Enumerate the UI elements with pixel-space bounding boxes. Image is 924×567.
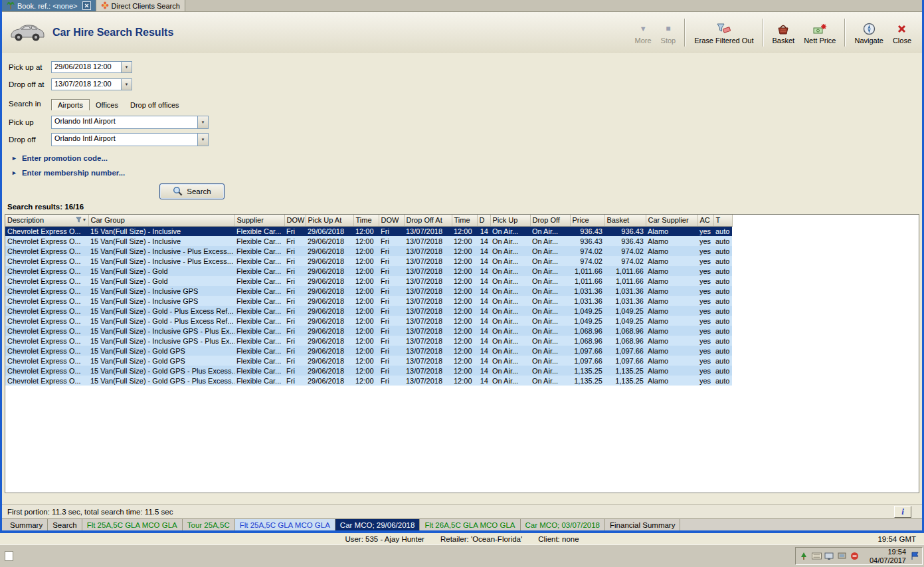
cell[interactable]: Fri (379, 336, 404, 346)
cell[interactable]: Fri (379, 296, 404, 306)
cell[interactable]: Alamo (646, 226, 697, 236)
cell[interactable]: 13/07/2018 (404, 286, 452, 296)
cell[interactable]: Flexible Car... (234, 276, 284, 286)
cell[interactable]: 15 Van(Full Size) - Gold (88, 266, 234, 276)
column-header[interactable]: Basket (604, 215, 646, 226)
cell[interactable]: Fri (379, 366, 404, 376)
cell[interactable]: yes (697, 246, 713, 256)
cell[interactable]: 13/07/2018 (404, 376, 452, 386)
cell[interactable]: 15 Van(Full Size) - Gold GPS (88, 356, 234, 366)
cell[interactable]: Alamo (646, 306, 697, 316)
cell[interactable]: yes (697, 346, 713, 356)
cell[interactable]: Flexible Car... (234, 356, 284, 366)
cell[interactable]: 12:00 (353, 376, 379, 386)
cell[interactable]: 1,068.96 (570, 336, 604, 346)
column-header[interactable]: DOW (284, 215, 306, 226)
tray-flag-icon[interactable] (910, 552, 919, 561)
cell[interactable]: Fri (379, 376, 404, 386)
erase-filtered-out-button[interactable]: Erase Filtered Out (690, 20, 757, 46)
cell[interactable]: 12:00 (353, 356, 379, 366)
cell[interactable]: 13/07/2018 (404, 356, 452, 366)
search-button[interactable]: Search (159, 183, 225, 199)
cell[interactable]: 29/06/2018 (306, 376, 353, 386)
cell[interactable]: On Air... (530, 366, 570, 376)
cell[interactable]: Flexible Car... (234, 236, 284, 246)
cell[interactable]: 14 (477, 316, 490, 326)
cell[interactable]: 15 Van(Full Size) - Inclusive GPS - Plus… (88, 326, 234, 336)
cell[interactable]: 15 Van(Full Size) - Inclusive GPS - Plus… (88, 336, 234, 346)
column-header[interactable]: DOW (379, 215, 404, 226)
navigate-button[interactable]: Navigate (850, 20, 887, 46)
cell[interactable]: 12:00 (353, 316, 379, 326)
cell[interactable]: On Air... (530, 326, 570, 336)
cell[interactable]: On Air... (490, 346, 530, 356)
cell[interactable]: 14 (477, 226, 490, 236)
cell[interactable]: 1,049.25 (570, 316, 604, 326)
cell[interactable]: Fri (379, 306, 404, 316)
table-row[interactable]: Chevrolet Express O...15 Van(Full Size) … (5, 316, 732, 326)
cell[interactable]: 14 (477, 276, 490, 286)
cell[interactable]: Alamo (646, 346, 697, 356)
more-button[interactable]: ▼ More (631, 20, 656, 46)
cell[interactable]: 1,049.25 (604, 316, 646, 326)
cell[interactable]: 1,049.25 (604, 306, 646, 316)
dropdown-arrow-icon[interactable]: ▼ (197, 134, 208, 146)
cell[interactable]: Alamo (646, 266, 697, 276)
cell[interactable]: auto (713, 296, 732, 306)
cell[interactable]: On Air... (490, 376, 530, 386)
cell[interactable]: 936.43 (570, 236, 604, 246)
cell[interactable]: 29/06/2018 (306, 366, 353, 376)
cell[interactable]: Alamo (646, 376, 697, 386)
table-row[interactable]: Chevrolet Express O...15 Van(Full Size) … (5, 236, 732, 246)
cell[interactable]: On Air... (530, 286, 570, 296)
cell[interactable]: Alamo (646, 286, 697, 296)
cell[interactable]: 13/07/2018 (404, 246, 452, 256)
column-header[interactable]: AC (697, 215, 713, 226)
cell[interactable]: yes (697, 326, 713, 336)
cell[interactable]: On Air... (490, 326, 530, 336)
cell[interactable]: 1,068.96 (570, 326, 604, 336)
column-header[interactable]: Pick Up At (306, 215, 353, 226)
cell[interactable]: Fri (284, 336, 306, 346)
cell[interactable]: 29/06/2018 (306, 356, 353, 366)
dropdown-arrow-icon[interactable]: ▼ (197, 116, 208, 128)
cell[interactable]: On Air... (490, 316, 530, 326)
cell[interactable]: Fri (284, 286, 306, 296)
cell[interactable]: 15 Van(Full Size) - Gold (88, 276, 234, 286)
cell[interactable]: auto (713, 236, 732, 246)
dropoff-datetime-select[interactable]: 13/07/2018 12:00 ▼ (51, 78, 132, 90)
bottom-tab-1[interactable]: Search (48, 519, 82, 530)
cell[interactable]: On Air... (490, 296, 530, 306)
cell[interactable]: yes (697, 236, 713, 246)
cell[interactable]: Fri (284, 306, 306, 316)
table-row[interactable]: Chevrolet Express O...15 Van(Full Size) … (5, 266, 732, 276)
cell[interactable]: Fri (379, 246, 404, 256)
cell[interactable]: Chevrolet Express O... (5, 236, 88, 246)
cell[interactable]: 12:00 (353, 346, 379, 356)
cell[interactable]: Chevrolet Express O... (5, 226, 88, 236)
cell[interactable]: 12:00 (452, 236, 477, 246)
cell[interactable]: yes (697, 336, 713, 346)
cell[interactable]: yes (697, 286, 713, 296)
cell[interactable]: On Air... (530, 266, 570, 276)
cell[interactable]: yes (697, 266, 713, 276)
cell[interactable]: 29/06/2018 (306, 286, 353, 296)
bottom-tab-7[interactable]: Car MCO; 03/07/2018 (521, 519, 606, 530)
cell[interactable]: Alamo (646, 366, 697, 376)
stop-button[interactable]: ■ Stop (657, 20, 680, 46)
cell[interactable]: 12:00 (353, 306, 379, 316)
bottom-tab-4[interactable]: Flt 25A,5C GLA MCO GLA (235, 519, 335, 530)
cell[interactable]: Chevrolet Express O... (5, 276, 88, 286)
cell[interactable]: Alamo (646, 316, 697, 326)
cell[interactable]: Fri (379, 286, 404, 296)
table-row[interactable]: Chevrolet Express O...15 Van(Full Size) … (5, 376, 732, 386)
column-header[interactable]: Drop Off At (404, 215, 452, 226)
nett-price-button[interactable]: Nett Price (800, 20, 840, 46)
cell[interactable]: Chevrolet Express O... (5, 366, 88, 376)
cell[interactable]: auto (713, 246, 732, 256)
cell[interactable]: 12:00 (452, 296, 477, 306)
column-header[interactable]: T (713, 215, 732, 226)
cell[interactable]: On Air... (490, 246, 530, 256)
table-row[interactable]: Chevrolet Express O...15 Van(Full Size) … (5, 286, 732, 296)
cell[interactable]: On Air... (490, 226, 530, 236)
